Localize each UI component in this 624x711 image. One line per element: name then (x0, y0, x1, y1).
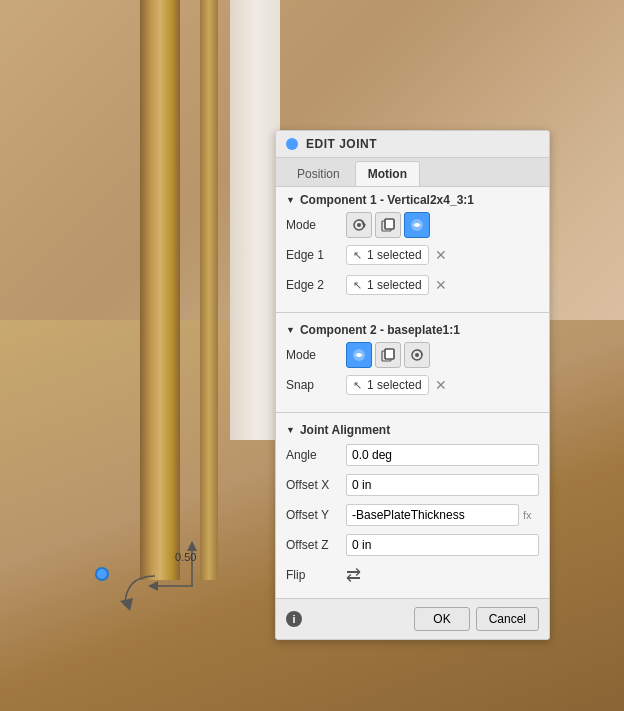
component1-header[interactable]: ▼ Component 1 - Vertical2x4_3:1 (286, 193, 539, 207)
flip-label: Flip (286, 568, 346, 582)
offset-x-label: Offset X (286, 478, 346, 492)
tabs-container: Position Motion (276, 158, 549, 187)
snap-clear-button[interactable]: ✕ (433, 377, 449, 393)
component2-snap-row: Snap ↖ 1 selected ✕ (286, 372, 539, 398)
footer-buttons: OK Cancel (414, 607, 539, 631)
offset-x-input[interactable] (346, 474, 539, 496)
component2-mode-row: Mode (286, 342, 539, 368)
edge2-clear-button[interactable]: ✕ (433, 277, 449, 293)
joint-alignment-title: Joint Alignment (300, 423, 390, 437)
panel-title: EDIT JOINT (306, 137, 377, 151)
cursor-icon: ↖ (353, 249, 362, 262)
mode-btn-rotate[interactable] (346, 212, 372, 238)
offset-y-input[interactable] (346, 504, 519, 526)
angle-row: Angle (286, 442, 539, 468)
edge2-label: Edge 2 (286, 278, 346, 292)
divider2 (276, 412, 549, 413)
offset-z-input[interactable] (346, 534, 539, 556)
vertical-post-left (140, 0, 180, 580)
component1-edge1-row: Edge 1 ↖ 1 selected ✕ (286, 242, 539, 268)
edge1-label: Edge 1 (286, 248, 346, 262)
svg-point-6 (357, 223, 361, 227)
component1-mode-label: Mode (286, 218, 346, 232)
offset-z-label: Offset Z (286, 538, 346, 552)
triangle-icon2: ▼ (286, 325, 295, 335)
svg-marker-1 (187, 541, 197, 551)
flip-row: Flip ⇄ (286, 562, 539, 588)
svg-point-14 (357, 353, 361, 357)
svg-rect-16 (385, 349, 394, 359)
divider1 (276, 312, 549, 313)
triangle-icon: ▼ (286, 195, 295, 205)
angle-label: Angle (286, 448, 346, 462)
triangle-icon3: ▼ (286, 425, 295, 435)
joint-alignment-section: ▼ Joint Alignment Angle Offset X Offset … (276, 417, 549, 598)
mode-btn-joint2[interactable] (404, 342, 430, 368)
info-button[interactable]: i (286, 611, 302, 627)
tab-motion[interactable]: Motion (355, 161, 420, 186)
vertical-post-right (200, 0, 218, 580)
snap-selected-text: 1 selected (367, 378, 422, 392)
component1-section: ▼ Component 1 - Vertical2x4_3:1 Mode (276, 187, 549, 308)
mode-btn-copy2[interactable] (375, 342, 401, 368)
cursor-icon2: ↖ (353, 279, 362, 292)
offset-x-row: Offset X (286, 472, 539, 498)
svg-point-12 (415, 223, 419, 227)
mode-btn-active[interactable] (404, 212, 430, 238)
wall (230, 0, 280, 440)
curve-arrow-icon (115, 566, 165, 616)
mode-btn-copy[interactable] (375, 212, 401, 238)
edge1-selected-text: 1 selected (367, 248, 422, 262)
tab-position[interactable]: Position (284, 161, 353, 186)
panel-header-icon (286, 138, 298, 150)
edge2-selected-tag: ↖ 1 selected (346, 275, 429, 295)
cursor-icon3: ↖ (353, 379, 362, 392)
mode-btn-rotate2[interactable] (346, 342, 372, 368)
offset-y-row: Offset Y fx (286, 502, 539, 528)
offset-z-row: Offset Z (286, 532, 539, 558)
component1-mode-buttons (346, 212, 430, 238)
edge1-selected-tag: ↖ 1 selected (346, 245, 429, 265)
angle-input[interactable] (346, 444, 539, 466)
cancel-button[interactable]: Cancel (476, 607, 539, 631)
svg-marker-4 (120, 598, 133, 611)
snap-selected-tag: ↖ 1 selected (346, 375, 429, 395)
edge1-clear-button[interactable]: ✕ (433, 247, 449, 263)
component1-mode-row: Mode (286, 212, 539, 238)
component1-title: Component 1 - Vertical2x4_3:1 (300, 193, 474, 207)
blue-circle-annotation (95, 567, 109, 581)
measurement-label: 0.50 (175, 551, 196, 563)
component2-mode-buttons (346, 342, 430, 368)
snap-label: Snap (286, 378, 346, 392)
component1-edge2-row: Edge 2 ↖ 1 selected ✕ (286, 272, 539, 298)
svg-rect-9 (385, 219, 394, 229)
offset-y-label: Offset Y (286, 508, 346, 522)
edit-joint-panel: EDIT JOINT Position Motion ▼ Component 1… (275, 130, 550, 640)
component2-header[interactable]: ▼ Component 2 - baseplate1:1 (286, 323, 539, 337)
component2-title: Component 2 - baseplate1:1 (300, 323, 460, 337)
panel-footer: i OK Cancel (276, 598, 549, 639)
component2-mode-label: Mode (286, 348, 346, 362)
joint-alignment-header[interactable]: ▼ Joint Alignment (286, 423, 539, 437)
flip-icon[interactable]: ⇄ (346, 564, 361, 586)
component2-section: ▼ Component 2 - baseplate1:1 Mode (276, 317, 549, 408)
ok-button[interactable]: OK (414, 607, 469, 631)
svg-point-19 (415, 353, 419, 357)
edge2-selected-text: 1 selected (367, 278, 422, 292)
fx-label: fx (523, 509, 539, 521)
panel-header: EDIT JOINT (276, 131, 549, 158)
